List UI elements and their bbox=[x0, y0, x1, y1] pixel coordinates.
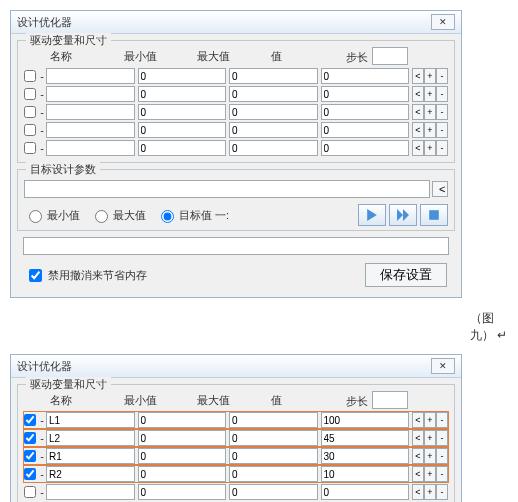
step-lt-button[interactable]: < bbox=[412, 140, 424, 156]
step-minus-button[interactable]: - bbox=[436, 412, 448, 428]
dash-label: - bbox=[38, 70, 46, 82]
name-input[interactable] bbox=[46, 122, 135, 138]
step-minus-button[interactable]: - bbox=[436, 122, 448, 138]
name-input[interactable] bbox=[46, 68, 135, 84]
value-input[interactable] bbox=[321, 448, 410, 464]
row-enable-checkbox[interactable] bbox=[24, 70, 36, 82]
row-enable-checkbox[interactable] bbox=[24, 432, 36, 444]
target-input[interactable] bbox=[24, 180, 430, 198]
max-input[interactable] bbox=[229, 484, 318, 500]
name-input[interactable] bbox=[46, 86, 135, 102]
step-plus-button[interactable]: + bbox=[424, 104, 436, 120]
value-input[interactable] bbox=[321, 140, 410, 156]
step-plus-button[interactable]: + bbox=[424, 412, 436, 428]
min-input[interactable] bbox=[138, 140, 227, 156]
row-enable-checkbox[interactable] bbox=[24, 486, 36, 498]
browse-button[interactable]: < bbox=[432, 181, 448, 197]
min-input[interactable] bbox=[138, 484, 227, 500]
row-enable-checkbox[interactable] bbox=[24, 468, 36, 480]
step-lt-button[interactable]: < bbox=[412, 484, 424, 500]
step-minus-button[interactable]: - bbox=[436, 430, 448, 446]
radio-max-label[interactable]: 最大值 bbox=[90, 207, 146, 223]
radio-target[interactable] bbox=[161, 210, 174, 223]
step-plus-button[interactable]: + bbox=[424, 86, 436, 102]
name-input[interactable] bbox=[46, 484, 135, 500]
step-minus-button[interactable]: - bbox=[436, 466, 448, 482]
value-input[interactable] bbox=[321, 466, 410, 482]
step-lt-button[interactable]: < bbox=[412, 122, 424, 138]
step-lt-button[interactable]: < bbox=[412, 104, 424, 120]
name-input[interactable] bbox=[46, 104, 135, 120]
row-enable-checkbox[interactable] bbox=[24, 450, 36, 462]
step-input[interactable] bbox=[372, 47, 408, 65]
min-input[interactable] bbox=[138, 448, 227, 464]
step-lt-button[interactable]: < bbox=[412, 430, 424, 446]
step-plus-button[interactable]: + bbox=[424, 466, 436, 482]
row-enable-checkbox[interactable] bbox=[24, 414, 36, 426]
value-input[interactable] bbox=[321, 68, 410, 84]
step-lt-button[interactable]: < bbox=[412, 412, 424, 428]
row-enable-checkbox[interactable] bbox=[24, 88, 36, 100]
max-input[interactable] bbox=[229, 140, 318, 156]
min-input[interactable] bbox=[138, 86, 227, 102]
value-input[interactable] bbox=[321, 86, 410, 102]
max-input[interactable] bbox=[229, 86, 318, 102]
name-input[interactable] bbox=[46, 140, 135, 156]
stop-button[interactable] bbox=[420, 204, 448, 226]
name-input[interactable] bbox=[46, 430, 135, 446]
step-lt-button[interactable]: < bbox=[412, 466, 424, 482]
value-input[interactable] bbox=[321, 412, 410, 428]
close-button[interactable]: ✕ bbox=[431, 14, 455, 30]
radio-min[interactable] bbox=[29, 210, 42, 223]
play-button[interactable] bbox=[358, 204, 386, 226]
radio-target-label[interactable]: 目标值 一: bbox=[156, 207, 229, 223]
disable-undo-checkbox[interactable] bbox=[29, 269, 42, 282]
min-input[interactable] bbox=[138, 68, 227, 84]
step-plus-button[interactable]: + bbox=[424, 430, 436, 446]
min-input[interactable] bbox=[138, 104, 227, 120]
step-minus-button[interactable]: - bbox=[436, 448, 448, 464]
save-button[interactable]: 保存设置 bbox=[365, 263, 447, 287]
dash-label: - bbox=[38, 88, 46, 100]
disable-undo-label[interactable]: 禁用撤消来节省内存 bbox=[25, 266, 147, 285]
step-lt-button[interactable]: < bbox=[412, 68, 424, 84]
name-input[interactable] bbox=[46, 448, 135, 464]
max-input[interactable] bbox=[229, 104, 318, 120]
step-lt-button[interactable]: < bbox=[412, 86, 424, 102]
step-minus-button[interactable]: - bbox=[436, 104, 448, 120]
step-minus-button[interactable]: - bbox=[436, 68, 448, 84]
step-minus-button[interactable]: - bbox=[436, 140, 448, 156]
radio-min-label[interactable]: 最小值 bbox=[24, 207, 80, 223]
min-input[interactable] bbox=[138, 412, 227, 428]
value-input[interactable] bbox=[321, 104, 410, 120]
step-minus-button[interactable]: - bbox=[436, 484, 448, 500]
step-lt-button[interactable]: < bbox=[412, 448, 424, 464]
value-input[interactable] bbox=[321, 430, 410, 446]
max-input[interactable] bbox=[229, 430, 318, 446]
row-enable-checkbox[interactable] bbox=[24, 124, 36, 136]
step-plus-button[interactable]: + bbox=[424, 68, 436, 84]
row-enable-checkbox[interactable] bbox=[24, 106, 36, 118]
max-input[interactable] bbox=[229, 448, 318, 464]
min-input[interactable] bbox=[138, 430, 227, 446]
radio-max[interactable] bbox=[95, 210, 108, 223]
step-input[interactable] bbox=[372, 391, 408, 409]
max-input[interactable] bbox=[229, 68, 318, 84]
step-plus-button[interactable]: + bbox=[424, 484, 436, 500]
max-input[interactable] bbox=[229, 466, 318, 482]
step-minus-button[interactable]: - bbox=[436, 86, 448, 102]
name-input[interactable] bbox=[46, 466, 135, 482]
min-input[interactable] bbox=[138, 466, 227, 482]
row-enable-checkbox[interactable] bbox=[24, 142, 36, 154]
step-plus-button[interactable]: + bbox=[424, 122, 436, 138]
value-input[interactable] bbox=[321, 484, 410, 500]
max-input[interactable] bbox=[229, 122, 318, 138]
close-button[interactable]: ✕ bbox=[431, 358, 455, 374]
max-input[interactable] bbox=[229, 412, 318, 428]
step-plus-button[interactable]: + bbox=[424, 448, 436, 464]
min-input[interactable] bbox=[138, 122, 227, 138]
name-input[interactable] bbox=[46, 412, 135, 428]
step-plus-button[interactable]: + bbox=[424, 140, 436, 156]
value-input[interactable] bbox=[321, 122, 410, 138]
skip-button[interactable] bbox=[389, 204, 417, 226]
